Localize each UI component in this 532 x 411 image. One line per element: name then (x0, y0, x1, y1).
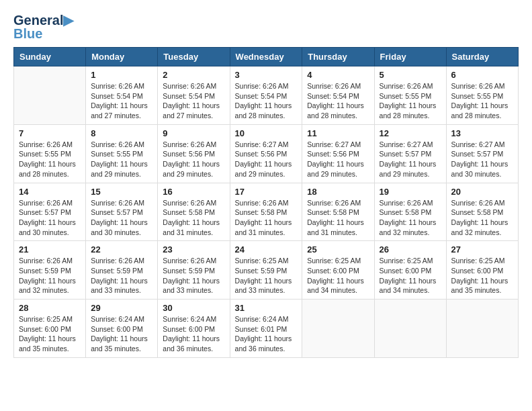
calendar-cell: 25Sunrise: 6:25 AMSunset: 6:00 PMDayligh… (302, 241, 374, 300)
weekday-header-thursday: Thursday (302, 48, 374, 66)
calendar-cell: 31Sunrise: 6:24 AMSunset: 6:01 PMDayligh… (230, 300, 302, 358)
day-info: Sunrise: 6:27 AMSunset: 5:57 PMDaylight:… (380, 140, 441, 179)
weekday-header-friday: Friday (374, 48, 446, 66)
calendar-cell: 27Sunrise: 6:25 AMSunset: 6:00 PMDayligh… (446, 241, 518, 300)
weekday-header-saturday: Saturday (446, 48, 518, 66)
day-number: 19 (380, 187, 441, 197)
calendar-cell: 5Sunrise: 6:26 AMSunset: 5:55 PMDaylight… (374, 66, 446, 125)
calendar-cell: 7Sunrise: 6:26 AMSunset: 5:55 PMDaylight… (14, 124, 86, 183)
day-number: 29 (91, 303, 152, 313)
day-number: 7 (19, 128, 81, 138)
day-number: 3 (235, 70, 298, 80)
calendar-cell: 11Sunrise: 6:27 AMSunset: 5:56 PMDayligh… (302, 124, 374, 183)
logo-blue: Blue (13, 27, 73, 40)
calendar-cell: 2Sunrise: 6:26 AMSunset: 5:54 PMDaylight… (158, 66, 230, 125)
day-number: 12 (380, 128, 441, 138)
calendar-cell: 4Sunrise: 6:26 AMSunset: 5:54 PMDaylight… (302, 66, 374, 125)
calendar-cell: 26Sunrise: 6:25 AMSunset: 6:00 PMDayligh… (374, 241, 446, 300)
day-info: Sunrise: 6:27 AMSunset: 5:56 PMDaylight:… (307, 140, 369, 179)
day-number: 1 (91, 70, 152, 80)
day-number: 6 (451, 70, 513, 80)
calendar-cell: 21Sunrise: 6:26 AMSunset: 5:59 PMDayligh… (14, 241, 86, 300)
day-number: 13 (451, 128, 513, 138)
day-number: 14 (19, 187, 81, 197)
calendar-cell: 24Sunrise: 6:25 AMSunset: 5:59 PMDayligh… (230, 241, 302, 300)
calendar-cell (374, 300, 446, 358)
calendar-table: SundayMondayTuesdayWednesdayThursdayFrid… (13, 47, 519, 358)
calendar-cell: 1Sunrise: 6:26 AMSunset: 5:54 PMDaylight… (86, 66, 158, 125)
day-info: Sunrise: 6:26 AMSunset: 5:59 PMDaylight:… (19, 256, 81, 295)
day-info: Sunrise: 6:26 AMSunset: 5:55 PMDaylight:… (19, 140, 81, 179)
day-number: 28 (19, 303, 81, 313)
day-number: 31 (235, 303, 298, 313)
weekday-header-row: SundayMondayTuesdayWednesdayThursdayFrid… (14, 48, 519, 66)
calendar-cell: 15Sunrise: 6:26 AMSunset: 5:57 PMDayligh… (86, 183, 158, 241)
day-number: 9 (163, 128, 224, 138)
day-info: Sunrise: 6:26 AMSunset: 5:58 PMDaylight:… (380, 198, 441, 238)
day-number: 23 (163, 244, 224, 255)
day-info: Sunrise: 6:26 AMSunset: 5:56 PMDaylight:… (163, 140, 224, 179)
day-number: 24 (235, 244, 298, 255)
week-row-1: 1Sunrise: 6:26 AMSunset: 5:54 PMDaylight… (14, 66, 519, 125)
day-number: 2 (163, 70, 224, 80)
calendar-cell: 18Sunrise: 6:26 AMSunset: 5:58 PMDayligh… (302, 183, 374, 241)
day-info: Sunrise: 6:24 AMSunset: 6:01 PMDaylight:… (235, 314, 298, 354)
day-number: 16 (163, 187, 224, 197)
day-number: 25 (307, 244, 369, 255)
calendar-cell: 3Sunrise: 6:26 AMSunset: 5:54 PMDaylight… (230, 66, 302, 125)
calendar-cell (302, 300, 374, 358)
logo: General▶ Blue (13, 13, 73, 40)
day-number: 22 (91, 244, 152, 255)
day-number: 5 (380, 70, 441, 80)
week-row-2: 7Sunrise: 6:26 AMSunset: 5:55 PMDaylight… (14, 124, 519, 183)
day-number: 26 (380, 244, 441, 255)
day-info: Sunrise: 6:26 AMSunset: 5:54 PMDaylight:… (163, 81, 224, 121)
day-info: Sunrise: 6:26 AMSunset: 5:55 PMDaylight:… (451, 81, 513, 121)
day-info: Sunrise: 6:27 AMSunset: 5:56 PMDaylight:… (235, 140, 298, 179)
day-info: Sunrise: 6:26 AMSunset: 5:54 PMDaylight:… (91, 81, 152, 121)
weekday-header-wednesday: Wednesday (230, 48, 302, 66)
day-info: Sunrise: 6:26 AMSunset: 5:58 PMDaylight:… (451, 198, 513, 238)
day-number: 18 (307, 187, 369, 197)
weekday-header-monday: Monday (86, 48, 158, 66)
day-info: Sunrise: 6:26 AMSunset: 5:57 PMDaylight:… (91, 198, 152, 238)
calendar-cell: 8Sunrise: 6:26 AMSunset: 5:55 PMDaylight… (86, 124, 158, 183)
weekday-header-tuesday: Tuesday (158, 48, 230, 66)
calendar-cell: 19Sunrise: 6:26 AMSunset: 5:58 PMDayligh… (374, 183, 446, 241)
day-info: Sunrise: 6:24 AMSunset: 6:00 PMDaylight:… (91, 314, 152, 354)
day-info: Sunrise: 6:25 AMSunset: 5:59 PMDaylight:… (235, 256, 298, 295)
week-row-5: 28Sunrise: 6:25 AMSunset: 6:00 PMDayligh… (14, 300, 519, 358)
day-info: Sunrise: 6:26 AMSunset: 5:54 PMDaylight:… (235, 81, 298, 121)
week-row-4: 21Sunrise: 6:26 AMSunset: 5:59 PMDayligh… (14, 241, 519, 300)
day-number: 30 (163, 303, 224, 313)
calendar-cell: 13Sunrise: 6:27 AMSunset: 5:57 PMDayligh… (446, 124, 518, 183)
day-info: Sunrise: 6:25 AMSunset: 6:00 PMDaylight:… (451, 256, 513, 295)
day-info: Sunrise: 6:27 AMSunset: 5:57 PMDaylight:… (451, 140, 513, 179)
day-info: Sunrise: 6:26 AMSunset: 5:59 PMDaylight:… (91, 256, 152, 295)
calendar-cell: 20Sunrise: 6:26 AMSunset: 5:58 PMDayligh… (446, 183, 518, 241)
calendar-cell: 9Sunrise: 6:26 AMSunset: 5:56 PMDaylight… (158, 124, 230, 183)
calendar-cell: 10Sunrise: 6:27 AMSunset: 5:56 PMDayligh… (230, 124, 302, 183)
day-number: 17 (235, 187, 298, 197)
day-info: Sunrise: 6:26 AMSunset: 5:58 PMDaylight:… (163, 198, 224, 238)
calendar-cell: 30Sunrise: 6:24 AMSunset: 6:00 PMDayligh… (158, 300, 230, 358)
calendar-cell (14, 66, 86, 125)
day-info: Sunrise: 6:25 AMSunset: 6:00 PMDaylight:… (19, 314, 81, 354)
day-number: 15 (91, 187, 152, 197)
day-info: Sunrise: 6:25 AMSunset: 6:00 PMDaylight:… (380, 256, 441, 295)
day-info: Sunrise: 6:24 AMSunset: 6:00 PMDaylight:… (163, 314, 224, 354)
calendar-cell: 23Sunrise: 6:26 AMSunset: 5:59 PMDayligh… (158, 241, 230, 300)
calendar-cell: 14Sunrise: 6:26 AMSunset: 5:57 PMDayligh… (14, 183, 86, 241)
day-number: 10 (235, 128, 298, 138)
day-info: Sunrise: 6:26 AMSunset: 5:58 PMDaylight:… (235, 198, 298, 238)
day-info: Sunrise: 6:26 AMSunset: 5:59 PMDaylight:… (163, 256, 224, 295)
day-number: 8 (91, 128, 152, 138)
logo-text: General▶ (13, 13, 73, 27)
day-info: Sunrise: 6:25 AMSunset: 6:00 PMDaylight:… (307, 256, 369, 295)
calendar-cell: 16Sunrise: 6:26 AMSunset: 5:58 PMDayligh… (158, 183, 230, 241)
week-row-3: 14Sunrise: 6:26 AMSunset: 5:57 PMDayligh… (14, 183, 519, 241)
day-info: Sunrise: 6:26 AMSunset: 5:57 PMDaylight:… (19, 198, 81, 238)
day-info: Sunrise: 6:26 AMSunset: 5:58 PMDaylight:… (307, 198, 369, 238)
day-info: Sunrise: 6:26 AMSunset: 5:54 PMDaylight:… (307, 81, 369, 121)
day-number: 11 (307, 128, 369, 138)
